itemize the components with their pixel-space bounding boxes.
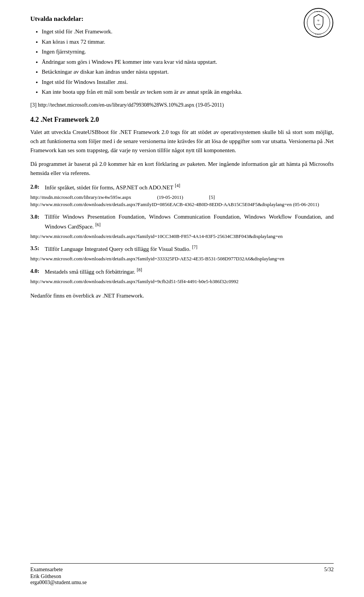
svg-point-0 [304,8,333,37]
subsection-heading: 4.2 .Net Framework 2.0 [30,116,334,124]
version-40-text: Mestadels små tillägg och förbättringar.… [45,266,334,276]
version-20-ref2: [5] [209,194,215,200]
list-item: Inget stöd för Windows Installer .msi. [42,78,334,87]
version-40-label: 4.0: [30,266,45,276]
version-30-row: 3.0: Tillför Windows Presentation Founda… [30,212,334,231]
version-20-ref: [4] [175,183,180,188]
version-20-link1: http://msdn.microsoft.com/library/zw4w59… [30,194,131,200]
version-40-description: Mestadels små tillägg och förbättringar. [45,269,135,275]
version-30-label: 3.0: [30,212,45,221]
svg-text:U: U [317,19,319,22]
version-20-date1: (19-05-2011) [157,194,183,200]
version-35-link: http://www.microsoft.com/downloads/en/de… [30,255,334,263]
bullet-list: Inget stöd för .Net Framework. Kan köras… [42,27,334,96]
version-20-text: Inför språket, stödet för forms, ASP.NET… [45,182,334,192]
logo-area: U UMU UMEÅ UNIV. [303,8,334,39]
version-40-row: 4.0: Mestadels små tillägg och förbättri… [30,266,334,276]
version-20-description: Inför språket, stödet för forms, ASP.NET… [45,184,173,191]
footer: Examensarbete 5/32 Erik Götheson erga000… [30,563,334,586]
footer-author: Erik Götheson [30,573,334,580]
version-20-label: 2.0: [30,182,45,191]
svg-text:UMU: UMU [316,24,321,25]
version-20-link2: http://www.microsoft.com/downloads/en/de… [30,202,319,207]
version-30-description: Tillför Windows Presentation Foundation,… [45,214,334,230]
footer-examensarbete: Examensarbete [30,567,63,573]
section-heading: Utvalda nackdelar: [30,15,334,23]
svg-text:UNIV.: UNIV. [315,33,322,35]
version-35-row: 3.5: Tillför Language Integrated Query o… [30,244,334,254]
version-20-row: 2.0: Inför språket, stödet för forms, AS… [30,182,334,192]
content-area: Utvalda nackdelar: Inget stöd för .Net F… [30,15,334,300]
version-35-label: 3.5: [30,244,45,253]
svg-text:UMEÅ: UMEÅ [314,11,323,13]
version-40-link: http://www.microsoft.com/downloads/en/de… [30,278,334,285]
version-35-text: Tillför Language Integrated Query och ti… [45,244,334,254]
footer-page-number: 5/32 [324,567,334,573]
footer-email: erga0003@student.umu.se [30,580,334,586]
reference-3: [3] http://technet.microsoft.com/en-us/l… [30,101,334,109]
list-item: Inget stöd för .Net Framework. [42,27,334,36]
version-30-link: http://www.microsoft.com/downloads/en/de… [30,233,334,240]
version-30-ref: [6] [95,222,100,227]
list-item: Betäckningar av diskar kan ändras under … [42,68,334,76]
paragraph-2: Då programmet är baserat på 2.0 kommer h… [30,159,334,178]
university-logo: U UMU UMEÅ UNIV. [303,8,334,38]
version-40-ref: [8] [137,267,142,273]
list-item: Kan köras i max 72 timmar. [42,38,334,46]
version-20-links: http://msdn.microsoft.com/library/zw4w59… [30,194,334,208]
version-30-text: Tillför Windows Presentation Foundation,… [45,212,334,231]
list-item: Ingen fjärrstyrning. [42,47,334,56]
closing-paragraph: Nedanför finns en överblick av .NET Fram… [30,291,334,300]
paragraph-1: Valet att utveckla CreateUSBboot för .NE… [30,128,334,155]
version-35-ref: [7] [192,244,197,250]
list-item: Ändringar som görs i Windows PE kommer i… [42,58,334,66]
version-35-description: Tillför Language Integrated Query och ti… [45,246,190,252]
svg-point-1 [307,11,330,34]
footer-top: Examensarbete 5/32 [30,567,334,573]
page: U UMU UMEÅ UNIV. Utvalda nackdelar: Inge… [0,0,364,597]
list-item: Kan inte boota upp från ett mål som best… [42,88,334,96]
